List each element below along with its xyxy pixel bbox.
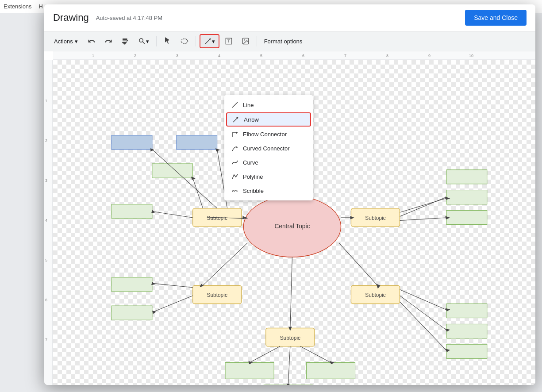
polyline-icon bbox=[231, 173, 238, 180]
svg-text:2: 2 bbox=[134, 54, 136, 58]
curve-icon bbox=[231, 159, 238, 166]
modal-title: Drawing bbox=[53, 12, 89, 23]
paint-format-icon bbox=[121, 37, 129, 45]
ruler-left-svg: 1 2 3 4 5 6 7 bbox=[44, 60, 53, 385]
blue-rect-1 bbox=[111, 135, 152, 150]
dropdown-item-polyline[interactable]: Polyline bbox=[224, 169, 313, 184]
svg-marker-47 bbox=[236, 131, 238, 134]
arrow-sub-toprect bbox=[193, 178, 203, 208]
zoom-icon bbox=[138, 37, 146, 45]
green-rect-bottom-1 bbox=[225, 363, 274, 379]
modal-header: Drawing Auto-saved at 4:17:48 PM Save an… bbox=[44, 4, 535, 31]
svg-text:5: 5 bbox=[45, 258, 47, 262]
toolbar: Actions ▾ ▾ ▾ bbox=[44, 31, 535, 51]
curved-connector-icon bbox=[231, 145, 238, 152]
select-button[interactable] bbox=[160, 35, 175, 47]
green-rect-top-center bbox=[152, 164, 193, 178]
save-close-button[interactable]: Save and Close bbox=[465, 10, 527, 26]
drawing-modal: Drawing Auto-saved at 4:17:48 PM Save an… bbox=[44, 4, 535, 385]
image-button[interactable] bbox=[238, 35, 253, 47]
svg-point-0 bbox=[181, 39, 188, 44]
toolbar-separator-2 bbox=[196, 36, 196, 46]
green-rect-bottom-2 bbox=[307, 363, 355, 379]
arrow-central-bottomleft bbox=[203, 243, 248, 285]
dropdown-item-line[interactable]: Line bbox=[224, 98, 313, 112]
arrow-sub-greenright-6 bbox=[400, 302, 447, 350]
arrow-sub-greenright-3 bbox=[400, 218, 447, 220]
arrow-sub-greenright-4 bbox=[400, 289, 447, 310]
text-box-button[interactable] bbox=[221, 35, 236, 47]
subtopic-bottomleft-label: Subtopic bbox=[207, 292, 227, 298]
svg-marker-43 bbox=[287, 384, 290, 385]
green-rect-left-3 bbox=[111, 306, 152, 320]
extensions-menu[interactable]: Extensions bbox=[4, 3, 32, 10]
line-tool-button[interactable]: ▾ bbox=[200, 34, 219, 48]
svg-text:4: 4 bbox=[45, 218, 47, 223]
lasso-select-button[interactable] bbox=[177, 35, 192, 47]
format-options-button[interactable]: Format options bbox=[261, 36, 306, 47]
svg-text:7: 7 bbox=[45, 338, 47, 342]
svg-line-44 bbox=[232, 102, 238, 108]
svg-text:6: 6 bbox=[45, 298, 47, 302]
dropdown-item-curved[interactable]: Curved Connector bbox=[224, 141, 313, 155]
select-icon bbox=[164, 37, 172, 45]
line-icon bbox=[231, 101, 238, 108]
green-rect-left-1 bbox=[111, 204, 152, 219]
dropdown-curved-label: Curved Connector bbox=[243, 145, 290, 152]
dropdown-item-curve[interactable]: Curve bbox=[224, 155, 313, 169]
dropdown-curve-label: Curve bbox=[243, 159, 258, 166]
image-icon bbox=[242, 37, 250, 45]
svg-text:6: 6 bbox=[302, 54, 304, 58]
autosave-text: Auto-saved at 4:17:48 PM bbox=[96, 15, 162, 21]
h-menu[interactable]: H bbox=[39, 3, 43, 10]
arrow-sub-greenleft-2 bbox=[154, 284, 193, 288]
toolbar-separator-1 bbox=[156, 36, 157, 46]
redo-button[interactable] bbox=[101, 35, 116, 47]
canvas-area[interactable]: 1 2 3 4 5 6 7 8 9 10 1 2 3 4 5 6 7 bbox=[44, 51, 535, 385]
green-rect-left-2 bbox=[111, 277, 152, 292]
zoom-button[interactable]: ▾ bbox=[135, 35, 153, 47]
svg-text:10: 10 bbox=[469, 54, 473, 58]
ruler-top-svg: 1 2 3 4 5 6 7 8 9 10 bbox=[53, 51, 535, 60]
dropdown-polyline-label: Polyline bbox=[243, 173, 263, 180]
undo-button[interactable] bbox=[84, 35, 99, 47]
svg-text:1: 1 bbox=[92, 54, 94, 58]
actions-dropdown-button[interactable]: Actions ▾ bbox=[50, 36, 82, 47]
arrow-central-bottom bbox=[290, 257, 292, 328]
central-topic-label: Central Topic bbox=[274, 223, 310, 230]
arrow-icon bbox=[232, 116, 239, 123]
svg-text:8: 8 bbox=[386, 54, 388, 58]
lasso-icon bbox=[181, 37, 188, 45]
format-options-label: Format options bbox=[264, 38, 303, 45]
svg-text:3: 3 bbox=[176, 54, 178, 58]
dropdown-item-elbow[interactable]: Elbow Connector bbox=[224, 127, 313, 141]
green-rect-right-4 bbox=[446, 304, 487, 318]
dropdown-item-arrow[interactable]: Arrow bbox=[226, 112, 311, 127]
line-tool-chevron: ▾ bbox=[212, 38, 215, 45]
green-rect-right-6 bbox=[446, 344, 487, 358]
actions-label: Actions bbox=[54, 38, 73, 45]
subtopic-bottom-label: Subtopic bbox=[280, 335, 300, 341]
svg-text:1: 1 bbox=[45, 99, 47, 103]
dropdown-item-scribble[interactable]: Scribble bbox=[224, 184, 313, 198]
dropdown-elbow-label: Elbow Connector bbox=[243, 131, 287, 138]
undo-icon bbox=[88, 37, 96, 45]
line-tools-dropdown: Line Arrow bbox=[224, 95, 313, 200]
dropdown-line-label: Line bbox=[243, 102, 254, 108]
svg-text:9: 9 bbox=[428, 54, 431, 58]
dropdown-scribble-label: Scribble bbox=[243, 188, 264, 194]
redo-icon bbox=[104, 37, 112, 45]
ruler-left: 1 2 3 4 5 6 7 bbox=[44, 60, 53, 385]
toolbar-separator-3 bbox=[257, 36, 257, 46]
green-rect-right-1 bbox=[446, 170, 487, 184]
modal-header-left: Drawing Auto-saved at 4:17:48 PM bbox=[53, 12, 162, 23]
arrow-bottom-3 bbox=[288, 346, 290, 385]
svg-text:4: 4 bbox=[218, 54, 220, 58]
arrow-bottom-1 bbox=[250, 346, 280, 363]
arrow-sub-greenleft-3 bbox=[154, 296, 193, 312]
zoom-chevron: ▾ bbox=[146, 38, 149, 45]
paint-format-button[interactable] bbox=[118, 35, 133, 47]
svg-point-5 bbox=[244, 39, 245, 40]
arrow-central-bottomright bbox=[339, 243, 377, 285]
elbow-connector-icon bbox=[231, 131, 238, 138]
